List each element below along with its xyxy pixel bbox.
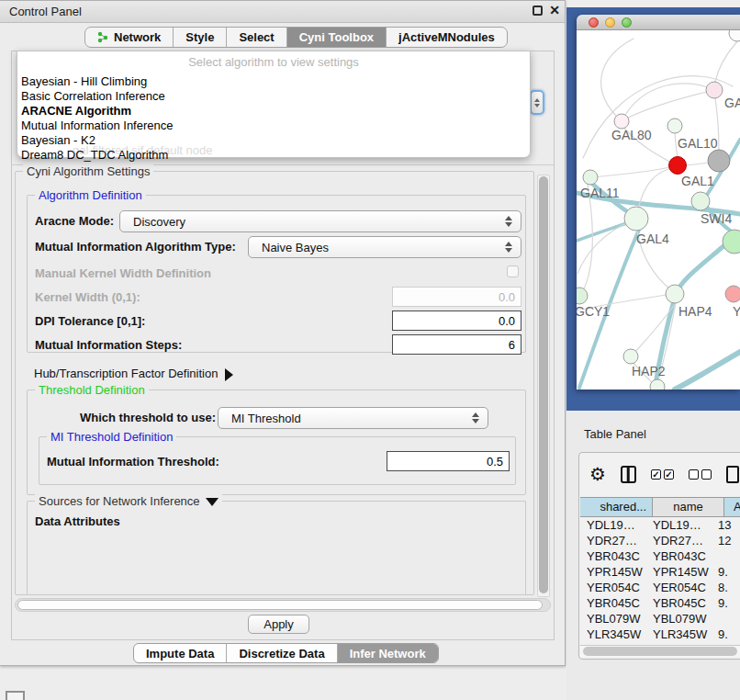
- settings-vertical-scrollbar[interactable]: [537, 175, 550, 597]
- checked-checkbox-icon: ✓: [651, 469, 661, 480]
- minimize-traffic-light-icon[interactable]: [605, 17, 615, 28]
- aracne-mode-select[interactable]: Discovery: [119, 210, 521, 232]
- manual-kernel-checkbox[interactable]: [507, 265, 519, 277]
- hub-definition-label: Hub/Transcription Factor Definition: [34, 367, 218, 380]
- table-row[interactable]: YPR145WYPR145W9.: [580, 564, 740, 580]
- table-horizontal-scrollbar[interactable]: [580, 645, 740, 657]
- network-node[interactable]: [650, 379, 665, 390]
- tab-label: Discretize Data: [239, 647, 324, 660]
- algorithm-option[interactable]: Basic Correlation Inference: [17, 89, 530, 104]
- kernel-width-field[interactable]: [392, 287, 521, 307]
- stepper-arrows-icon: [472, 412, 488, 423]
- network-node[interactable]: [623, 349, 638, 364]
- mi-threshold-field[interactable]: [387, 451, 510, 471]
- algorithm-select-popup: Select algorithm to view settings Bayesi…: [17, 51, 531, 158]
- table-cell: YBL079W: [580, 611, 646, 627]
- document-icon[interactable]: [726, 466, 739, 483]
- expanded-arrow-icon: [206, 498, 219, 506]
- network-canvas[interactable]: GALGAL80GAL10GAL1GAL11SWI4GAL4GCY1HAP4YH…: [577, 30, 740, 390]
- sources-toggle[interactable]: Sources for Network Inference: [35, 494, 222, 508]
- network-node[interactable]: [725, 286, 740, 302]
- zoom-traffic-light-icon[interactable]: [622, 17, 632, 28]
- tab-discretize-data[interactable]: Discretize Data: [226, 644, 336, 662]
- table-row[interactable]: YBL079WYBL079W: [580, 611, 740, 627]
- table-row[interactable]: YLR345WYLR345W9.: [580, 627, 740, 642]
- tab-network[interactable]: Network: [85, 28, 173, 47]
- tab-select[interactable]: Select: [226, 28, 286, 47]
- network-node[interactable]: [729, 30, 740, 41]
- dpi-tolerance-field[interactable]: [392, 310, 521, 331]
- node-label: GCY1: [577, 304, 610, 319]
- node-label: GAL4: [636, 231, 669, 246]
- network-edge: [715, 41, 737, 82]
- network-node[interactable]: [614, 114, 629, 129]
- table-row[interactable]: YDL19…YDL19…13: [580, 517, 740, 533]
- tab-cyni-toolbox[interactable]: Cyni Toolbox: [286, 28, 386, 47]
- mi-steps-field[interactable]: [392, 334, 521, 355]
- network-edge: [634, 303, 676, 353]
- mi-steps-label: Mutual Information Steps:: [35, 338, 182, 352]
- network-edge: [601, 39, 633, 121]
- network-node[interactable]: [706, 82, 723, 98]
- settings-horizontal-scrollbar[interactable]: [15, 598, 551, 612]
- group-title: Threshold Definition: [35, 383, 149, 397]
- column-header-shared-name[interactable]: shared...: [580, 498, 653, 516]
- tab-style[interactable]: Style: [173, 28, 226, 47]
- table-row[interactable]: YIL052CYIL052C9.: [580, 642, 740, 644]
- network-node[interactable]: [667, 119, 682, 133]
- tab-jactivemnodules[interactable]: jActiveMNodules: [386, 28, 507, 47]
- scrollbar-thumb[interactable]: [583, 647, 737, 656]
- unchecked-checkbox-icon: [689, 469, 699, 480]
- table-cell: YBR045C: [580, 595, 646, 611]
- close-icon[interactable]: ✕: [549, 3, 560, 17]
- which-threshold-label: Which threshold to use:: [80, 411, 216, 424]
- scrollbar-thumb[interactable]: [539, 176, 548, 593]
- tab-impute-data[interactable]: Impute Data: [134, 644, 226, 662]
- table-row[interactable]: YBR043CYBR043C: [580, 548, 740, 564]
- table-row[interactable]: YER054CYER054C8.: [580, 580, 740, 595]
- table-row[interactable]: YBR045CYBR045C9.: [580, 595, 740, 611]
- deselect-all-icon[interactable]: [689, 469, 712, 480]
- mi-algorithm-type-select[interactable]: Naive Bayes: [248, 236, 521, 258]
- algorithm-option[interactable]: Mutual Information Inference: [17, 119, 530, 133]
- scrollbar-thumb[interactable]: [17, 600, 543, 610]
- network-node[interactable]: [583, 170, 598, 185]
- table-cell: YDR27…: [580, 533, 646, 548]
- hub-definition-toggle[interactable]: Hub/Transcription Factor Definition: [34, 367, 233, 381]
- table-body[interactable]: YDL19…YDL19…13YDR27…YDR27…12YBR043CYBR04…: [580, 517, 740, 644]
- select-all-icon[interactable]: ✓✓: [651, 469, 674, 480]
- which-threshold-select[interactable]: MI Threshold: [218, 407, 488, 429]
- node-label: GAL80: [611, 128, 652, 142]
- data-attributes-label: Data Attributes: [35, 514, 120, 528]
- collapsed-arrow-icon: [225, 368, 233, 381]
- network-node[interactable]: [624, 207, 648, 231]
- apply-button[interactable]: Apply: [248, 615, 309, 634]
- float-window-icon[interactable]: [533, 6, 543, 16]
- column-header-name[interactable]: name: [653, 498, 724, 516]
- group-title: Cyni Algorithm Settings: [23, 164, 153, 178]
- network-node[interactable]: [577, 288, 588, 304]
- table-row[interactable]: YDR27…YDR27…12: [580, 533, 740, 548]
- close-traffic-light-icon[interactable]: [589, 17, 599, 28]
- ghost-combo-text: gal-filtered.sif default node: [73, 143, 212, 157]
- table-cell: 13: [712, 517, 740, 533]
- node-label: GAL10: [678, 136, 718, 151]
- stepper-arrows-icon: [505, 242, 521, 253]
- minimized-panel-fragment[interactable]: [6, 691, 25, 700]
- gear-icon[interactable]: ⚙: [589, 465, 606, 483]
- columns-icon[interactable]: [621, 466, 636, 483]
- network-node[interactable]: [691, 192, 710, 210]
- checked-checkbox-icon: ✓: [664, 469, 674, 480]
- tab-infer-network[interactable]: Infer Network: [337, 644, 438, 662]
- tab-label: Infer Network: [350, 647, 426, 660]
- network-node[interactable]: [723, 230, 740, 254]
- network-node[interactable]: [666, 285, 684, 303]
- algorithm-option[interactable]: Bayesian - Hill Climbing: [17, 74, 530, 89]
- column-header-partial[interactable]: A: [724, 498, 740, 516]
- table-cell: YDL19…: [580, 517, 646, 533]
- algorithm-option[interactable]: ARACNE Algorithm: [17, 104, 530, 119]
- network-node[interactable]: [669, 157, 687, 175]
- table-cell: YLR345W: [580, 627, 646, 642]
- network-node[interactable]: [708, 150, 730, 172]
- table-cell: YER054C: [646, 580, 712, 595]
